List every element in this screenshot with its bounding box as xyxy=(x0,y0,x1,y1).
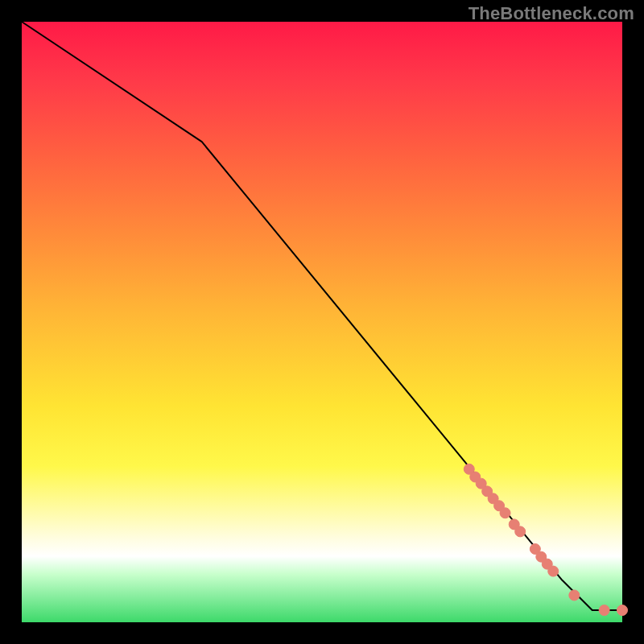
bottleneck-curve xyxy=(22,22,622,610)
watermark-text: TheBottleneck.com xyxy=(469,3,634,24)
plot-area xyxy=(22,22,622,622)
sample-point xyxy=(599,605,609,616)
sample-point xyxy=(617,605,628,616)
plot-svg xyxy=(22,22,622,622)
chart-frame: TheBottleneck.com xyxy=(0,0,644,644)
sample-point xyxy=(500,508,510,518)
sample-point xyxy=(569,590,580,601)
sample-point xyxy=(548,566,559,576)
sample-point xyxy=(515,526,526,537)
